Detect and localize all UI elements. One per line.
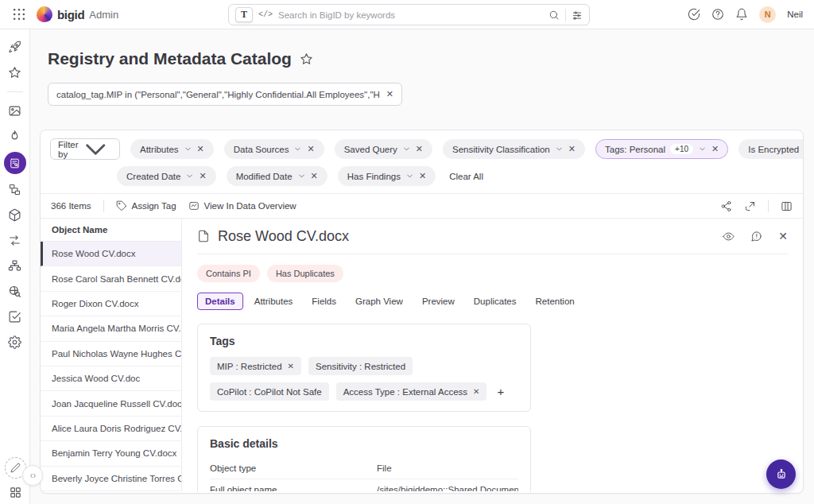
notifications-bell-icon[interactable] (735, 8, 748, 21)
list-item[interactable]: Joan Jacqueline Russell CV.docx (41, 391, 181, 416)
search-icon[interactable] (548, 10, 560, 21)
filter-chip-modified-date[interactable]: Modified Date ✕ (227, 166, 328, 186)
sidebar-item-activity[interactable] (8, 130, 21, 143)
share-icon[interactable] (720, 200, 732, 212)
list-item[interactable]: Benjamin Terry Young CV.docx (41, 441, 181, 466)
remove-filter-icon[interactable]: ✕ (419, 172, 426, 180)
list-item[interactable]: Paul Nicholas Wayne Hughes CV.... (41, 342, 181, 366)
remove-filter-icon[interactable]: ✕ (711, 145, 719, 153)
tag-chip-sensitivity[interactable]: Sensitivity : Restricted (308, 357, 413, 375)
filter-chip-created-date[interactable]: Created Date ✕ (117, 166, 216, 186)
clear-all-button[interactable]: Clear All (449, 172, 483, 181)
filter-bar: Filter by Attributes ✕ Data Sources ✕ Sa… (41, 130, 803, 193)
report-issue-icon[interactable] (750, 231, 762, 242)
sidebar-item-data-flows[interactable] (8, 183, 21, 196)
sidebar-item-getting-started[interactable] (8, 41, 21, 54)
export-icon[interactable] (744, 200, 756, 212)
filter-chip-saved-query[interactable]: Saved Query ✕ (335, 139, 432, 159)
sidebar-collapse-button[interactable] (22, 465, 43, 486)
filter-chip-attributes[interactable]: Attributes ✕ (130, 139, 214, 159)
bigid-logo (37, 6, 52, 22)
filter-by-dropdown[interactable]: Filter by (50, 138, 120, 160)
list-item[interactable]: Rose Wood CV.docx (41, 242, 181, 266)
brand-name: bigid (57, 8, 84, 21)
detail-row-object-type: Object type File (210, 458, 518, 479)
chevron-down-icon (79, 130, 112, 209)
apps-grid-icon[interactable] (9, 486, 22, 499)
sidebar-item-transfers[interactable] (8, 234, 21, 247)
page-title: Registry and Metadata Catalog (48, 49, 292, 68)
view-in-data-overview-button[interactable]: View In Data Overview (188, 200, 297, 211)
sidebar-item-dashboard[interactable] (8, 104, 21, 118)
query-filter-box[interactable]: catalog_tag.MIP in ("Personal","General"… (48, 83, 402, 106)
list-item[interactable]: Rose Carol Sarah Bennett CV.doc (41, 266, 181, 291)
remove-filter-icon[interactable]: ✕ (311, 172, 318, 180)
sidebar-item-discovery[interactable] (8, 285, 21, 298)
list-item[interactable]: Roger Dixon CV.docx (41, 292, 181, 316)
list-item[interactable]: Maria Angela Martha Morris CV.d... (41, 316, 181, 341)
list-item[interactable]: Beverly Joyce Christine Torres CV.... (41, 467, 181, 491)
file-icon (197, 230, 210, 242)
sidebar-item-data-sources[interactable] (8, 208, 21, 222)
chevron-down-icon (555, 145, 564, 153)
main-content: Registry and Metadata Catalog catalog_ta… (30, 29, 814, 504)
sidebar-item-hierarchy[interactable] (8, 259, 21, 273)
remove-filter-icon[interactable]: ✕ (416, 145, 423, 153)
tab-attributes[interactable]: Attributes (246, 293, 301, 310)
tasks-check-icon[interactable] (688, 8, 700, 21)
sidebar-item-favorites[interactable] (8, 66, 21, 79)
remove-filter-icon[interactable]: ✕ (197, 145, 204, 153)
remove-tag-icon[interactable]: ✕ (288, 362, 294, 370)
chevron-down-icon (185, 172, 194, 180)
remove-tag-icon[interactable]: ✕ (473, 388, 479, 396)
list-item[interactable]: Jessica Wood CV.doc (41, 366, 181, 391)
ai-assistant-fab[interactable] (766, 459, 796, 489)
catalog-card: Filter by Attributes ✕ Data Sources ✕ Sa… (40, 130, 804, 494)
tab-duplicates[interactable]: Duplicates (466, 293, 525, 310)
tab-fields[interactable]: Fields (304, 293, 344, 310)
filter-chip-is-encrypted[interactable]: Is Encrypted ✕ (738, 139, 804, 159)
items-count: 366 Items (51, 201, 91, 211)
tab-graph-view[interactable]: Graph View (347, 293, 411, 310)
remove-filter-icon[interactable]: ✕ (199, 172, 206, 180)
sidebar-item-settings[interactable] (8, 335, 21, 349)
tab-retention[interactable]: Retention (527, 293, 582, 310)
basic-details-heading: Basic details (210, 437, 518, 450)
basic-details-section: Basic details Object type File Full obje… (197, 426, 531, 491)
favorite-star-icon[interactable] (300, 52, 313, 66)
help-icon[interactable] (711, 8, 724, 21)
sidebar-item-compliance[interactable] (8, 310, 21, 324)
chevron-down-icon (184, 145, 192, 153)
detail-tabs: Details Attributes Fields Graph View Pre… (197, 293, 788, 310)
text-search-toggle[interactable]: T (235, 7, 253, 22)
filter-chip-has-findings[interactable]: Has Findings ✕ (338, 166, 436, 186)
search-input[interactable] (278, 10, 543, 20)
tab-preview[interactable]: Preview (414, 293, 463, 310)
filter-chip-data-sources[interactable]: Data Sources ✕ (224, 139, 324, 159)
list-item[interactable]: Alice Laura Doris Rodriguez CV.d... (41, 417, 181, 441)
tab-details[interactable]: Details (197, 293, 243, 310)
sidebar-item-catalog-active[interactable] (4, 152, 26, 174)
app-launcher-icon[interactable] (11, 6, 27, 22)
add-tag-button[interactable]: + (494, 385, 507, 398)
preview-eye-icon[interactable] (723, 231, 735, 242)
columns-icon[interactable] (781, 200, 793, 212)
user-avatar[interactable]: N (759, 6, 776, 23)
list-column-header[interactable]: Object Name (41, 219, 181, 242)
global-search-bar[interactable]: T </> (228, 4, 590, 25)
assign-tag-button[interactable]: Assign Tag (116, 200, 176, 211)
clear-query-icon[interactable]: ✕ (386, 90, 393, 99)
remove-filter-icon[interactable]: ✕ (568, 145, 576, 153)
chevron-down-icon (405, 172, 414, 180)
toolbar-divider (768, 200, 769, 212)
filter-chip-sensitivity-classification[interactable]: Sensitivity Classification ✕ (443, 139, 585, 159)
search-settings-icon[interactable] (572, 10, 583, 21)
robot-icon (774, 467, 789, 482)
remove-filter-icon[interactable]: ✕ (307, 145, 314, 153)
filter-chip-tags-personal[interactable]: Tags: Personal +10 ✕ (595, 139, 728, 159)
close-detail-icon[interactable]: ✕ (778, 231, 788, 242)
query-search-toggle[interactable]: </> (258, 10, 273, 19)
tag-chip-mip[interactable]: MIP : Restricted ✕ (210, 357, 301, 375)
tag-chip-access-type[interactable]: Access Type : External Access ✕ (336, 382, 487, 401)
tag-chip-copilot[interactable]: CoPilot : CoPilot Not Safe (210, 382, 329, 401)
